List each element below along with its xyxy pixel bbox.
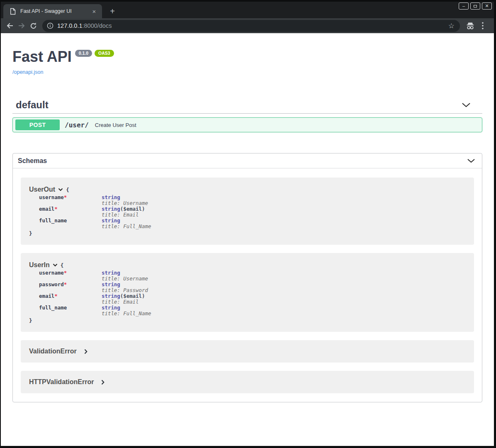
model-userout: UserOut { username* stringtitle: Usernam… — [21, 178, 474, 245]
required-star: * — [54, 206, 57, 212]
model-title-row[interactable]: UserIn { — [29, 261, 466, 269]
model-httpvalidationerror[interactable]: HTTPValidationError — [21, 371, 474, 393]
chevron-down-icon[interactable] — [467, 158, 475, 163]
model-name: HTTPValidationError — [29, 378, 94, 386]
required-star: * — [54, 293, 57, 299]
maximize-icon — [474, 5, 477, 7]
prop-name: username — [39, 194, 64, 200]
prop-title: title: Full_Name — [102, 310, 151, 317]
close-brace: } — [29, 230, 466, 236]
forward-button[interactable] — [16, 20, 27, 32]
minimize-button[interactable]: – — [459, 2, 469, 10]
model-title-row[interactable]: UserOut { — [29, 186, 466, 193]
openapi-spec-link[interactable]: /openapi.json — [12, 69, 43, 75]
browser-window: Fast API - Swagger UI × + – ✕ 127.0.0.1:… — [0, 0, 496, 448]
prop-type: string — [102, 206, 120, 212]
property-row-full-name: full_name stringtitle: Full_Name — [29, 305, 466, 317]
tag-header[interactable]: default — [12, 97, 482, 113]
prop-type: string — [102, 281, 120, 287]
prop-name: full_name — [39, 217, 67, 224]
browser-tab[interactable]: Fast API - Swagger UI × — [3, 4, 102, 18]
prop-name: password — [39, 281, 64, 287]
close-brace: } — [29, 317, 466, 324]
chevron-right-icon[interactable] — [84, 349, 88, 354]
prop-title: title: Email — [102, 212, 139, 218]
site-info-icon[interactable] — [47, 22, 53, 29]
prop-format: ($email) — [120, 293, 145, 299]
operation-path: /user/ — [65, 121, 89, 129]
schemas-body: UserOut { username* stringtitle: Usernam… — [13, 168, 482, 402]
chevron-down-icon[interactable] — [462, 102, 471, 107]
chevron-right-icon[interactable] — [101, 380, 105, 385]
prop-type: string — [102, 270, 120, 276]
property-row-username: username* stringtitle: Username — [29, 195, 466, 206]
url-path: :8000/docs — [82, 22, 112, 29]
opblock-post-user[interactable]: POST /user/ Create User Post — [12, 117, 482, 132]
browser-menu-icon[interactable] — [477, 20, 489, 32]
property-row-username: username* stringtitle: Username — [29, 270, 466, 282]
prop-name: email — [39, 293, 54, 299]
model-name: ValidationError — [29, 348, 77, 355]
schemas-section: Schemas UserOut { — [12, 153, 482, 402]
reload-button[interactable] — [27, 20, 39, 32]
model-name: UserOut — [29, 186, 55, 193]
back-button[interactable] — [4, 20, 16, 32]
schemas-title: Schemas — [18, 157, 47, 165]
prop-format: ($email) — [120, 206, 145, 212]
page-favicon-icon — [10, 8, 16, 15]
tab-title: Fast API - Swagger UI — [20, 8, 90, 14]
tag-section-default: default POST /user/ Create User Post — [12, 97, 482, 132]
url-host: 127.0.0.1 — [57, 22, 82, 29]
tag-divider — [12, 113, 482, 114]
chevron-down-icon[interactable] — [58, 188, 63, 191]
property-row-email: email* string($email)title: Email — [29, 206, 466, 218]
prop-name: email — [39, 206, 54, 212]
chevron-down-icon[interactable] — [53, 263, 58, 267]
swagger-page: Fast API 0.1.0 OAS3 /openapi.json defaul… — [1, 33, 494, 446]
address-bar[interactable]: 127.0.0.1:8000/docs ☆ — [42, 20, 460, 32]
api-info: Fast API 0.1.0 OAS3 /openapi.json — [12, 33, 482, 75]
titlebar: Fast API - Swagger UI × + – ✕ — [1, 2, 494, 18]
prop-title: title: Username — [102, 200, 148, 206]
maximize-button[interactable] — [470, 2, 480, 10]
browser-toolbar: 127.0.0.1:8000/docs ☆ — [1, 18, 494, 33]
property-row-password: password* stringtitle: Password — [29, 282, 466, 293]
prop-type: string — [102, 293, 120, 299]
schemas-header[interactable]: Schemas — [13, 153, 482, 168]
window-controls: – ✕ — [459, 2, 492, 10]
property-row-full-name: full_name stringtitle: Full_Name — [29, 218, 466, 229]
required-star: * — [64, 281, 67, 287]
prop-name: full_name — [39, 304, 67, 311]
new-tab-button[interactable]: + — [107, 6, 118, 17]
bookmark-star-icon[interactable]: ☆ — [447, 22, 456, 30]
open-brace: { — [66, 187, 69, 193]
close-button[interactable]: ✕ — [482, 2, 492, 10]
oas3-badge: OAS3 — [95, 50, 114, 57]
prop-type: string — [102, 194, 120, 200]
open-brace: { — [61, 262, 64, 268]
url-text[interactable]: 127.0.0.1:8000/docs — [57, 22, 447, 29]
model-validationerror[interactable]: ValidationError — [21, 340, 474, 363]
operation-summary: Create User Post — [95, 122, 136, 128]
tab-close-icon[interactable]: × — [90, 7, 98, 15]
prop-title: title: Email — [102, 299, 139, 305]
prop-title: title: Username — [102, 275, 148, 282]
prop-type: string — [102, 217, 120, 224]
tag-name: default — [16, 99, 49, 111]
prop-type: string — [102, 304, 120, 311]
api-title: Fast API — [12, 48, 72, 66]
prop-title: title: Password — [102, 287, 148, 293]
property-row-email: email* string($email)title: Email — [29, 293, 466, 305]
required-star: * — [64, 270, 67, 276]
model-userin: UserIn { username* stringtitle: Username… — [21, 253, 474, 332]
prop-name: username — [39, 270, 64, 276]
incognito-icon — [464, 20, 477, 32]
required-star: * — [64, 194, 67, 200]
method-badge: POST — [15, 119, 60, 130]
model-name: UserIn — [29, 261, 50, 269]
version-badge: 0.1.0 — [75, 50, 92, 57]
prop-title: title: Full_Name — [102, 223, 151, 229]
